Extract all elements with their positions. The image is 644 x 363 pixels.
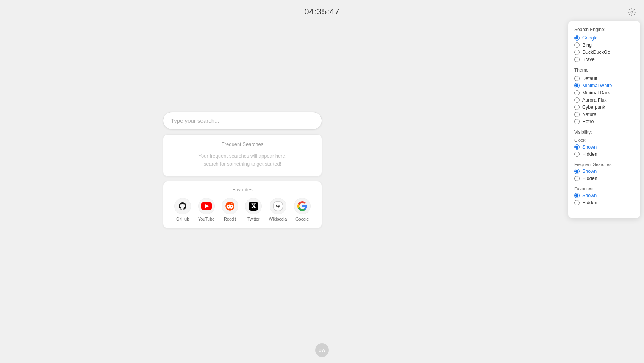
theme-group: Default Minimal White Minimal Dark Auror… (574, 76, 634, 124)
clock-visibility-label: Clock: (574, 138, 634, 142)
theme-minimal-dark[interactable]: Minimal Dark (574, 90, 634, 95)
favorites-hidden-label: Hidden (582, 200, 597, 205)
visibility-label: Visibility: (574, 130, 634, 135)
clock-shown-label: Shown (582, 144, 597, 150)
reddit-icon (222, 198, 238, 214)
settings-gear-button[interactable] (627, 7, 637, 17)
frequent-shown[interactable]: Shown (574, 169, 634, 174)
engine-bing-label: Bing (582, 42, 592, 48)
theme-default-label: Default (582, 76, 597, 81)
engine-google[interactable]: Google (574, 35, 634, 41)
favorites-visibility-group: Shown Hidden (574, 193, 634, 205)
reddit-label: Reddit (224, 217, 236, 221)
favorites-shown-label: Shown (582, 193, 597, 198)
theme-retro-label: Retro (582, 119, 594, 124)
theme-default[interactable]: Default (574, 76, 634, 81)
wikipedia-label: Wikipedia (269, 217, 287, 221)
clock-visibility-group: Shown Hidden (574, 144, 634, 157)
favorites-title: Favorites (171, 187, 314, 192)
theme-natural[interactable]: Natural (574, 112, 634, 117)
svg-point-0 (631, 11, 633, 13)
clock-shown[interactable]: Shown (574, 144, 634, 150)
frequent-searches-title: Frequent Searches (171, 141, 314, 147)
theme-minimal-dark-label: Minimal Dark (582, 90, 610, 95)
clock-hidden-label: Hidden (582, 152, 597, 157)
theme-cyberpunk[interactable]: Cyberpunk (574, 105, 634, 110)
wikipedia-icon: W (270, 198, 286, 214)
clock-hidden[interactable]: Hidden (574, 152, 634, 157)
favorite-google[interactable]: Google (294, 198, 311, 221)
theme-aurora-flux-label: Aurora Flux (582, 97, 607, 103)
engine-google-label: Google (582, 35, 597, 41)
search-container (163, 112, 322, 130)
favorite-reddit[interactable]: Reddit (222, 198, 238, 221)
frequent-searches-panel: Frequent Searches Your frequent searches… (163, 134, 322, 177)
theme-cyberpunk-label: Cyberpunk (582, 105, 605, 110)
theme-minimal-white[interactable]: Minimal White (574, 83, 634, 88)
favorites-list: GitHub YouTube Reddit (171, 198, 314, 221)
favorites-hidden[interactable]: Hidden (574, 200, 634, 205)
theme-retro[interactable]: Retro (574, 119, 634, 124)
frequent-searches-empty: Your frequent searches will appear here,… (171, 152, 314, 168)
youtube-icon (198, 198, 215, 214)
engine-brave[interactable]: Brave (574, 57, 634, 62)
favorite-youtube[interactable]: YouTube (198, 198, 215, 221)
youtube-label: YouTube (198, 217, 214, 221)
frequent-shown-label: Shown (582, 169, 597, 174)
twitter-icon: 𝕏 (245, 198, 262, 214)
frequent-hidden-label: Hidden (582, 176, 597, 181)
theme-natural-label: Natural (582, 112, 597, 117)
search-engine-label: Search Engine: (574, 27, 634, 32)
favorite-wikipedia[interactable]: W Wikipedia (269, 198, 287, 221)
engine-bing[interactable]: Bing (574, 42, 634, 48)
theme-minimal-white-label: Minimal White (582, 83, 612, 88)
github-icon (174, 198, 191, 214)
theme-label: Theme: (574, 67, 634, 73)
favorites-panel: Favorites GitHub YouTube (163, 181, 322, 228)
engine-duckduckgo[interactable]: DuckDuckGo (574, 50, 634, 55)
frequent-hidden[interactable]: Hidden (574, 176, 634, 181)
settings-panel: Search Engine: Google Bing DuckDuckGo Br… (568, 21, 640, 218)
google-label: Google (295, 217, 309, 221)
main-content: Frequent Searches Your frequent searches… (0, 0, 485, 363)
google-icon (294, 198, 311, 214)
frequent-searches-visibility-label: Frequent Searches: (574, 162, 634, 167)
favorites-visibility-label: Favorites: (574, 186, 634, 191)
twitter-label: Twitter (247, 217, 259, 221)
favorites-shown[interactable]: Shown (574, 193, 634, 198)
engine-duckduckgo-label: DuckDuckGo (582, 50, 610, 55)
search-input[interactable] (163, 112, 322, 130)
engine-brave-label: Brave (582, 57, 595, 62)
theme-aurora-flux[interactable]: Aurora Flux (574, 97, 634, 103)
github-label: GitHub (176, 217, 189, 221)
x-logo: 𝕏 (249, 202, 258, 211)
favorite-github[interactable]: GitHub (174, 198, 191, 221)
frequent-visibility-group: Shown Hidden (574, 169, 634, 181)
search-engine-group: Google Bing DuckDuckGo Brave (574, 35, 634, 62)
favorite-twitter[interactable]: 𝕏 Twitter (245, 198, 262, 221)
bottom-logo[interactable]: CW (315, 343, 329, 357)
